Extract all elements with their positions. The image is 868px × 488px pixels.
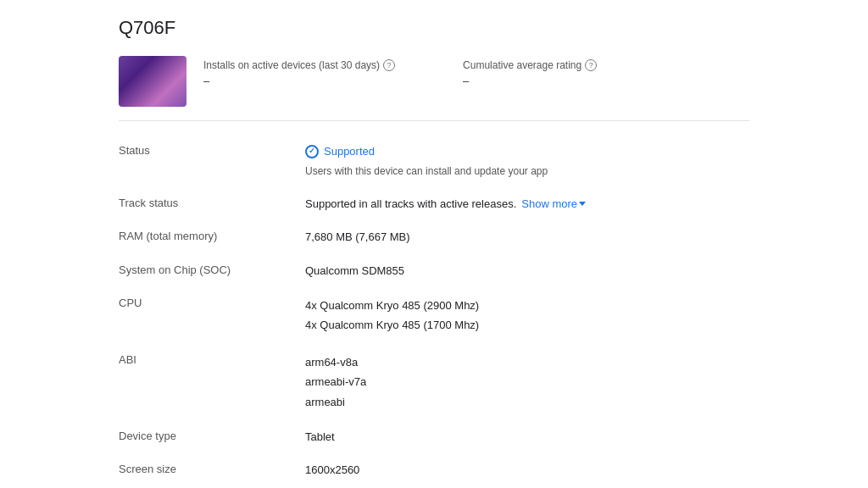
track-value-container: Supported in all tracks with active rele… — [305, 196, 749, 213]
rating-stat: Cumulative average rating ? – — [463, 59, 597, 87]
status-badge: Supported — [305, 143, 749, 160]
abi-value: arm64-v8a armeabi-v7a armeabi — [305, 352, 749, 412]
cpu-row: CPU 4x Qualcomm Kryo 485 (2900 Mhz) 4x Q… — [119, 287, 749, 344]
track-status-value: Supported in all tracks with active rele… — [305, 196, 749, 213]
abi-row: ABI arm64-v8a armeabi-v7a armeabi — [119, 344, 749, 420]
divider — [119, 120, 749, 121]
installs-stat: Installs on active devices (last 30 days… — [203, 59, 395, 87]
soc-row: System on Chip (SOC) Qualcomm SDM855 — [119, 254, 749, 288]
abi-label: ABI — [119, 352, 305, 366]
rating-info-icon[interactable]: ? — [585, 59, 597, 71]
page-title: Q706F — [119, 17, 749, 39]
installs-label: Installs on active devices (last 30 days… — [203, 59, 395, 71]
ram-label: RAM (total memory) — [119, 229, 305, 242]
track-status-row: Track status Supported in all tracks wit… — [119, 187, 749, 221]
device-stats: Installs on active devices (last 30 days… — [203, 56, 749, 87]
device-image — [119, 56, 186, 107]
chevron-down-icon — [579, 202, 586, 206]
ram-value: 7,680 MB (7,667 MB) — [305, 229, 749, 246]
status-value: Supported Users with this device can ins… — [305, 143, 749, 179]
device-type-value: Tablet — [305, 429, 749, 446]
screen-size-row: Screen size 1600x2560 — [119, 453, 749, 487]
soc-value: Qualcomm SDM855 — [305, 263, 749, 280]
status-row: Status Supported Users with this device … — [119, 135, 749, 187]
rating-value: – — [463, 75, 597, 87]
cpu-value: 4x Qualcomm Kryo 485 (2900 Mhz) 4x Qualc… — [305, 296, 749, 336]
device-type-row: Device type Tablet — [119, 420, 749, 454]
ram-row: RAM (total memory) 7,680 MB (7,667 MB) — [119, 220, 749, 254]
screen-size-label: Screen size — [119, 462, 305, 475]
status-description: Users with this device can install and u… — [305, 164, 749, 179]
installs-info-icon[interactable]: ? — [383, 59, 395, 71]
cpu-label: CPU — [119, 296, 305, 309]
rating-label: Cumulative average rating ? — [463, 59, 597, 71]
page-container: Q706F Installs on active devices (last 3… — [0, 0, 868, 488]
installs-value: – — [203, 75, 395, 87]
soc-label: System on Chip (SOC) — [119, 263, 305, 276]
check-circle-icon — [305, 145, 319, 158]
show-more-link[interactable]: Show more — [521, 196, 586, 213]
status-label: Status — [119, 143, 305, 157]
track-status-label: Track status — [119, 196, 305, 209]
device-header: Installs on active devices (last 30 days… — [119, 56, 749, 107]
device-type-label: Device type — [119, 429, 305, 442]
screen-size-value: 1600x2560 — [305, 462, 749, 479]
